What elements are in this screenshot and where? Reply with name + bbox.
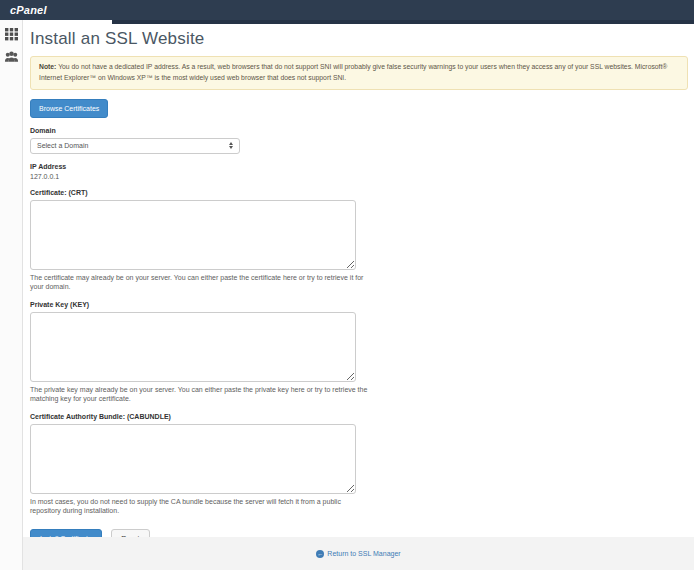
ip-address-label: IP Address: [30, 163, 688, 170]
ca-bundle-textarea[interactable]: [30, 424, 356, 494]
sni-warning-notice: Note: You do not have a dedicated IP add…: [30, 56, 688, 90]
sidebar: [0, 20, 23, 570]
certificate-help-text: The certificate may already be on your s…: [30, 273, 372, 292]
ip-address-value: 127.0.0.1: [30, 173, 688, 180]
masthead-shadow-strip: [112, 20, 694, 24]
updown-stepper-icon: [229, 142, 234, 151]
footer: ← Return to SSL Manager: [23, 537, 694, 570]
main-content: Install an SSL Website Note: You do not …: [23, 24, 694, 570]
user-group-icon[interactable]: [4, 50, 19, 64]
apps-grid-icon[interactable]: [4, 27, 19, 41]
domain-select-value: Select a Domain: [37, 142, 88, 149]
notice-label: Note:: [39, 63, 56, 70]
domain-select[interactable]: Select a Domain: [30, 138, 240, 154]
masthead: cPanel: [0, 0, 694, 20]
cpanel-logo[interactable]: cPanel: [0, 4, 47, 16]
certificate-label: Certificate: (CRT): [30, 189, 688, 196]
notice-text: You do not have a dedicated IP address. …: [39, 63, 667, 81]
return-to-ssl-manager-link[interactable]: ← Return to SSL Manager: [316, 550, 400, 558]
browse-certificates-button[interactable]: Browse Certificates: [30, 99, 108, 118]
ca-bundle-help-text: In most cases, you do not need to supply…: [30, 497, 372, 516]
page-title: Install an SSL Website: [30, 29, 688, 49]
ca-bundle-label: Certificate Authority Bundle: (CABUNDLE): [30, 413, 688, 420]
return-link-label: Return to SSL Manager: [327, 550, 400, 557]
private-key-help-text: The private key may already be on your s…: [30, 385, 372, 404]
circle-arrow-left-icon: ←: [316, 550, 324, 558]
private-key-textarea[interactable]: [30, 312, 356, 382]
certificate-textarea[interactable]: [30, 200, 356, 270]
private-key-label: Private Key (KEY): [30, 301, 688, 308]
domain-label: Domain: [30, 127, 688, 134]
